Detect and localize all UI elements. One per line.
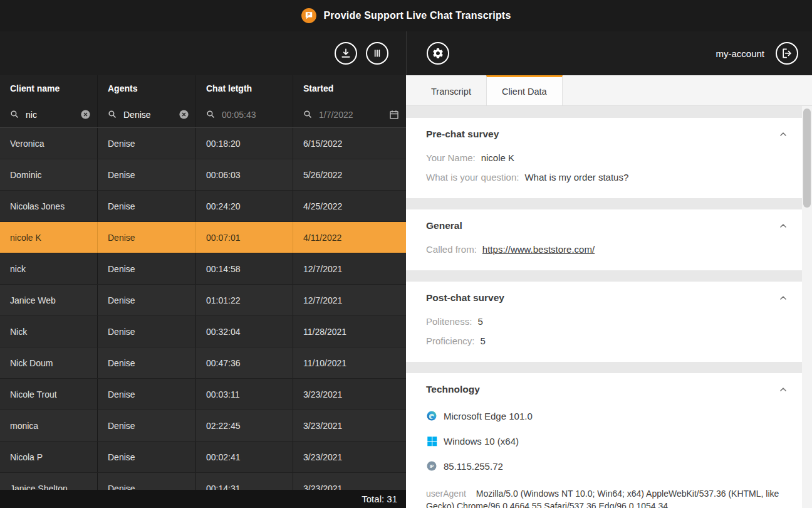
cell-client-name: Nicole Trout — [0, 379, 97, 410]
table-row[interactable]: Veronica Denise 00:18:20 6/15/2022 — [0, 128, 406, 159]
tech-os: Windows 10 (x64) — [426, 428, 789, 453]
table-row[interactable]: Dominic Denise 00:06:03 5/26/2022 — [0, 159, 406, 191]
svg-text:IP: IP — [430, 464, 434, 469]
cell-agent: Denise — [97, 379, 195, 410]
scrollbar-track[interactable] — [802, 106, 812, 508]
calendar-icon[interactable] — [388, 109, 400, 120]
section-technology: Technology Microsoft Edge 101.0 Windows — [406, 373, 802, 508]
clear-client-filter-icon[interactable] — [80, 109, 91, 120]
tab-client-data[interactable]: Client Data — [486, 75, 563, 105]
cell-agent: Denise — [97, 128, 195, 159]
logout-button[interactable] — [776, 42, 798, 65]
scrollbar-thumb[interactable] — [803, 108, 811, 208]
table-row[interactable]: Janice Web Denise 01:01:22 12/7/2021 — [0, 285, 406, 316]
table-row[interactable]: Nick Doum Denise 00:47:36 11/10/2021 — [0, 347, 406, 379]
field-question: What is your question: What is my order … — [426, 167, 789, 187]
cell-agent: Denise — [97, 253, 195, 284]
columns-icon — [371, 47, 383, 60]
table-row[interactable]: Nicole Trout Denise 00:03:11 3/23/2021 — [0, 379, 406, 410]
cell-started: 12/7/2021 — [293, 285, 406, 315]
collapse-button[interactable] — [777, 292, 789, 304]
table-filter-row: nic Denise 00:05:43 — [0, 102, 406, 128]
filter-started[interactable]: 1/7/2022 — [293, 102, 406, 127]
column-header-client-name[interactable]: Client name — [0, 75, 97, 102]
field-your-name: Your Name: nicole K — [426, 148, 789, 167]
ip-address: 85.115.255.72 — [444, 461, 503, 472]
toolbar: my-account — [0, 31, 812, 75]
collapse-button[interactable] — [777, 128, 789, 140]
table-header-row: Client name Agents Chat letgth Started — [0, 75, 406, 102]
called-from-link[interactable]: https://www.beststore.com/ — [482, 240, 595, 259]
filter-chat-length[interactable]: 00:05:43 — [195, 102, 293, 127]
table-row-selected[interactable]: nicole K Denise 00:07:01 4/11/2022 — [0, 222, 406, 253]
user-agent-row: userAgentMozilla/5.0 (Windows NT 10.0; W… — [426, 487, 789, 508]
cell-agent: Denise — [97, 410, 195, 441]
filter-agents-value[interactable]: Denise — [123, 110, 172, 120]
transcripts-table-panel: Client name Agents Chat letgth Started n… — [0, 75, 406, 508]
cell-chat-length: 00:47:36 — [195, 347, 293, 378]
os-name: Windows 10 (x64) — [444, 436, 519, 447]
field-label: Called from: — [426, 240, 477, 259]
browser-name: Microsoft Edge 101.0 — [444, 411, 533, 421]
app-logo-icon: P — [301, 8, 317, 24]
field-called-from: Called from: https://www.beststore.com/ — [426, 240, 789, 259]
cell-client-name: Nicolas Jones — [0, 191, 97, 221]
collapse-button[interactable] — [777, 383, 789, 396]
filter-started-placeholder[interactable]: 1/7/2022 — [319, 110, 382, 120]
field-proficiency: Proficiency: 5 — [426, 331, 789, 351]
tab-transcript[interactable]: Transcript — [416, 75, 486, 105]
main-area: Client name Agents Chat letgth Started n… — [0, 75, 812, 508]
cell-client-name: Nicola P — [0, 442, 97, 472]
filter-client-name[interactable]: nic — [0, 102, 97, 127]
settings-button[interactable] — [427, 42, 449, 65]
cell-started: 5/26/2022 — [293, 159, 406, 190]
download-icon — [340, 47, 352, 60]
cell-chat-length: 00:02:41 — [195, 442, 293, 472]
app-header: P Provide Support Live Chat Transcripts — [0, 0, 812, 31]
search-icon — [303, 110, 313, 119]
filter-chat-length-placeholder[interactable]: 00:05:43 — [222, 110, 286, 120]
table-row[interactable]: Nicolas Jones Denise 00:24:20 4/25/2022 — [0, 191, 406, 222]
collapse-button[interactable] — [777, 220, 789, 232]
account-name: my-account — [716, 48, 764, 59]
column-header-started[interactable]: Started — [293, 75, 406, 102]
cell-client-name: Nick Doum — [0, 347, 97, 378]
column-header-agents[interactable]: Agents — [97, 75, 195, 102]
cell-started: 11/28/2021 — [293, 316, 406, 347]
columns-button[interactable] — [366, 42, 388, 65]
field-label: Your Name: — [426, 148, 476, 167]
column-header-chat-length[interactable]: Chat letgth — [195, 75, 293, 102]
filter-client-name-value[interactable]: nic — [26, 110, 74, 120]
cell-started: 3/23/2021 — [293, 379, 406, 410]
user-agent-label: userAgent — [426, 489, 466, 499]
field-value: 5 — [477, 312, 482, 331]
filter-agents[interactable]: Denise — [97, 102, 195, 127]
field-politeness: Politeness: 5 — [426, 312, 789, 331]
tech-ip: IP 85.115.255.72 — [426, 453, 789, 479]
section-post-chat-survey: Post-chat survey Politeness: 5 Proficien… — [406, 282, 802, 362]
download-button[interactable] — [335, 42, 357, 65]
search-icon — [206, 110, 216, 119]
cell-started: 4/25/2022 — [293, 191, 406, 221]
clear-agents-filter-icon[interactable] — [179, 109, 189, 120]
search-icon — [10, 110, 19, 119]
section-title: Pre-chat survey — [426, 129, 499, 140]
cell-agent: Denise — [97, 442, 195, 472]
table-row[interactable]: Nicola P Denise 00:02:41 3/23/2021 — [0, 442, 406, 473]
user-agent-value: Mozilla/5.0 (Windows NT 10.0; Win64; x64… — [426, 489, 779, 508]
search-icon — [108, 110, 117, 119]
cell-chat-length: 00:07:01 — [195, 222, 293, 253]
table-row[interactable]: Nick Denise 00:32:04 11/28/2021 — [0, 316, 406, 347]
table-row[interactable]: nick Denise 00:14:58 12/7/2021 — [0, 253, 406, 285]
tab-bar: Transcript Client Data — [406, 75, 812, 106]
svg-text:P: P — [308, 13, 311, 17]
cell-client-name: monica — [0, 410, 97, 441]
cell-client-name: Veronica — [0, 128, 97, 159]
table-row[interactable]: monica Denise 02:22:45 3/23/2021 — [0, 410, 406, 442]
cell-client-name: Dominic — [0, 159, 97, 190]
section-general: General Called from: https://www.beststo… — [406, 209, 802, 270]
cell-started: 12/7/2021 — [293, 253, 406, 284]
cell-started: 3/23/2021 — [293, 442, 406, 472]
account-toolbar: my-account — [406, 31, 812, 75]
table-body: Veronica Denise 00:18:20 6/15/2022 Domin… — [0, 128, 406, 508]
